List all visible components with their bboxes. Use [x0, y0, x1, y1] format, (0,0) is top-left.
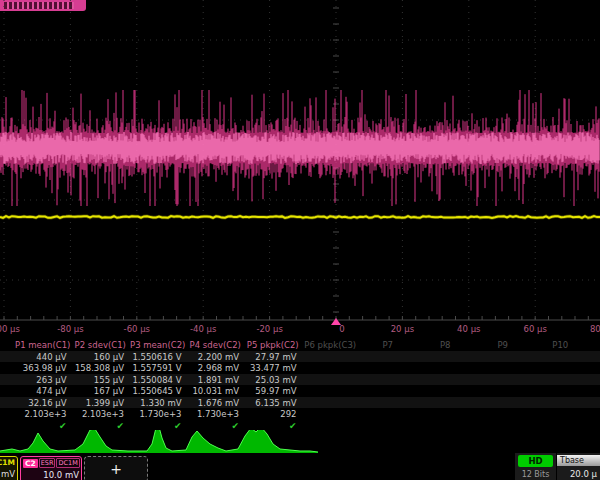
measure-status-check: ✔ [14, 421, 72, 431]
measure-cell: 263 µV [14, 375, 72, 385]
hd-bits-label: 12 Bits [518, 470, 553, 479]
measure-column-header[interactable]: P8 [417, 340, 475, 350]
c2-vertical-scale: 10.0 mV [23, 470, 79, 480]
measure-column-header[interactable]: P3 mean(C2) [129, 340, 187, 350]
measure-cell: 1.550616 V [129, 352, 187, 362]
c2-esr-badge: ESR [39, 458, 56, 468]
measure-column-header[interactable]: P1 mean(C1) [14, 340, 72, 350]
plus-icon: + [110, 461, 122, 477]
measure-cell: 2.200 mV [187, 352, 245, 362]
measure-cell: 1.557591 V [129, 363, 187, 373]
time-axis-label: 80 µs [590, 324, 600, 334]
measure-cell: 1.730e+3 [187, 409, 245, 419]
measure-value-row: 474 µV167 µV1.550645 V10.031 mV59.97 mV [0, 386, 600, 397]
c1-coupling-badge: C1M [0, 458, 15, 467]
measure-column-header[interactable]: P9 [474, 340, 532, 350]
channel-c1-descriptor[interactable]: C1M 0 mV [0, 456, 18, 480]
time-axis-label: -100 µs [0, 324, 20, 334]
measure-cell: 158.308 µV [72, 363, 130, 373]
c2-noise-trace[interactable] [0, 90, 599, 206]
measure-cell: 32.16 µV [14, 398, 72, 408]
measure-cell: 2.103e+3 [72, 409, 130, 419]
measure-cell: 440 µV [14, 352, 72, 362]
measure-value-row: 363.98 µV158.308 µV1.557591 V2.968 mV33.… [0, 363, 600, 374]
measure-cell: 1.676 mV [187, 398, 245, 408]
bottom-bar: C1M 0 mV C2 ESR DC1M 10.0 mV + HD 12 Bit… [0, 453, 600, 480]
timebase-value: 20.0 µ [557, 469, 597, 479]
measure-cell: 2.968 mV [187, 363, 245, 373]
time-axis-label: 20 µs [391, 324, 414, 334]
measure-cell: 155 µV [72, 375, 130, 385]
measure-cell: 1.550645 V [129, 386, 187, 396]
measure-cell: 167 µV [72, 386, 130, 396]
measure-column-header[interactable]: P10 [532, 340, 590, 350]
measure-cell: 1.891 mV [187, 375, 245, 385]
measure-cell: 474 µV [14, 386, 72, 396]
measure-column-header[interactable]: P7 [359, 340, 417, 350]
time-axis-label: 40 µs [457, 324, 480, 334]
timebase-descriptor[interactable]: Tbase [557, 455, 600, 466]
time-axis-label: -80 µs [57, 324, 83, 334]
measure-column-header[interactable]: P4 sdev(C2) [187, 340, 245, 350]
measure-cell: 160 µV [72, 352, 130, 362]
measure-value-row: 2.103e+32.103e+31.730e+31.730e+3292 [0, 409, 600, 420]
measure-cell: 25.03 mV [244, 375, 302, 385]
waveform-grid [0, 0, 600, 321]
time-axis-label: -20 µs [256, 324, 282, 334]
measure-cell: 292 [244, 409, 302, 419]
hd-mode-badge[interactable]: HD [518, 455, 553, 467]
measure-cell: 2.103e+3 [14, 409, 72, 419]
time-axis-label: 0 [339, 324, 344, 334]
time-axis-label: 60 µs [524, 324, 547, 334]
time-axis: -100 µs-80 µs-60 µs-40 µs-20 µs020 µs40 … [0, 321, 600, 337]
measure-cell: 59.97 mV [244, 386, 302, 396]
measure-column-header[interactable]: P5 pkpk(C2) [244, 340, 302, 350]
measure-cell: 1.550084 V [129, 375, 187, 385]
measure-header-row: P1 mean(C1)P2 sdev(C1)P3 mean(C2)P4 sdev… [0, 339, 600, 350]
c2-label: C2 [23, 459, 38, 468]
time-axis-label: -40 µs [190, 324, 216, 334]
add-trace-button[interactable]: + [84, 456, 148, 480]
measure-value-row: 440 µV160 µV1.550616 V2.200 mV27.97 mV [0, 351, 600, 362]
measure-status-check: ✔ [129, 421, 187, 431]
measure-cell: 6.135 mV [244, 398, 302, 408]
oscilloscope-screen: { "header": { "cropped_label": "" }, "co… [0, 0, 600, 480]
measure-cell: 1.399 µV [72, 398, 130, 408]
measure-value-row: 263 µV155 µV1.550084 V1.891 mV25.03 mV [0, 374, 600, 385]
measure-table: P1 mean(C1)P2 sdev(C1)P3 mean(C2)P4 sdev… [0, 339, 600, 433]
c1-flat-trace[interactable] [0, 216, 600, 218]
measure-cell: 1.330 mV [129, 398, 187, 408]
measure-status-check: ✔ [72, 421, 130, 431]
measure-column-header[interactable]: P6 pkpk(C3) [302, 340, 360, 350]
measure-cell: 33.477 mV [244, 363, 302, 373]
c1-vertical-scale: 0 mV [0, 469, 15, 479]
measure-status-check: ✔ [187, 421, 245, 431]
time-axis-label: -60 µs [124, 324, 150, 334]
measure-status-check: ✔ [244, 421, 302, 431]
measure-column-header[interactable]: P2 sdev(C1) [72, 340, 130, 350]
channel-c2-descriptor[interactable]: C2 ESR DC1M 10.0 mV [20, 456, 82, 480]
measure-cell: 1.730e+3 [129, 409, 187, 419]
c2-coupling-badge: DC1M [56, 458, 79, 468]
measure-cell: 27.97 mV [244, 352, 302, 362]
measure-value-row: 32.16 µV1.399 µV1.330 mV1.676 mV6.135 mV [0, 397, 600, 408]
measure-cell: 363.98 µV [14, 363, 72, 373]
measure-cell: 10.031 mV [187, 386, 245, 396]
